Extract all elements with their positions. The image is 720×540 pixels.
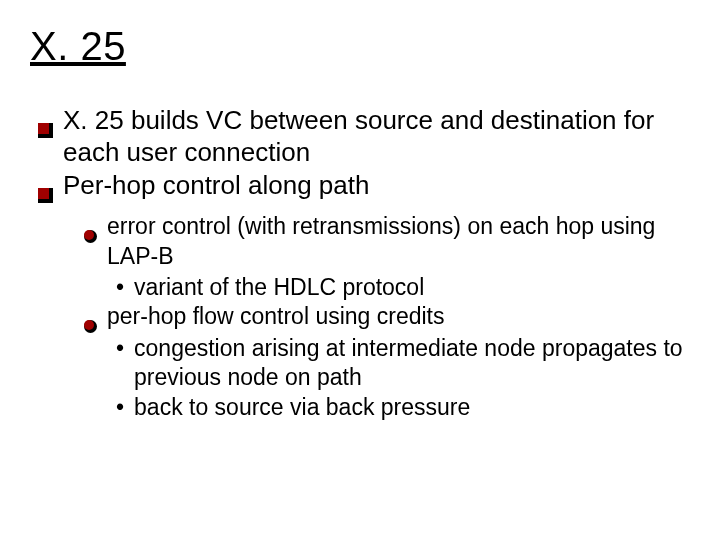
list-item-text: back to source via back pressure [134,393,690,422]
list-item: per-hop flow control using credits [84,302,690,331]
bullet-list-level1: X. 25 builds VC between source and desti… [30,105,690,422]
list-item-text: error control (with retransmissions) on … [107,212,690,271]
bullet-list-level3: • congestion arising at intermediate nod… [84,334,690,422]
slide-title: X. 25 [30,24,690,69]
square-bullet-icon [38,114,53,129]
list-item-text: X. 25 builds VC between source and desti… [63,105,690,168]
square-bullet-icon [38,179,53,194]
list-item: • variant of the HDLC protocol [116,273,690,302]
dot-bullet-icon: • [116,334,124,363]
list-item: X. 25 builds VC between source and desti… [38,105,690,168]
dot-bullet-icon: • [116,393,124,422]
list-item-text: congestion arising at intermediate node … [134,334,690,393]
circle-bullet-icon [84,221,97,234]
svg-point-5 [84,230,94,240]
list-item: • back to source via back pressure [116,393,690,422]
list-item-text: variant of the HDLC protocol [134,273,690,302]
svg-rect-1 [38,123,49,134]
list-item-text: per-hop flow control using credits [107,302,690,331]
list-item: Per-hop control along path [38,170,690,202]
bullet-list-level3: • variant of the HDLC protocol [84,273,690,302]
svg-point-7 [84,320,94,330]
list-item: • congestion arising at intermediate nod… [116,334,690,393]
circle-bullet-icon [84,311,97,324]
svg-rect-3 [38,188,49,199]
list-item: error control (with retransmissions) on … [84,212,690,271]
dot-bullet-icon: • [116,273,124,302]
bullet-list-level2: error control (with retransmissions) on … [38,212,690,422]
list-item-text: Per-hop control along path [63,170,690,202]
